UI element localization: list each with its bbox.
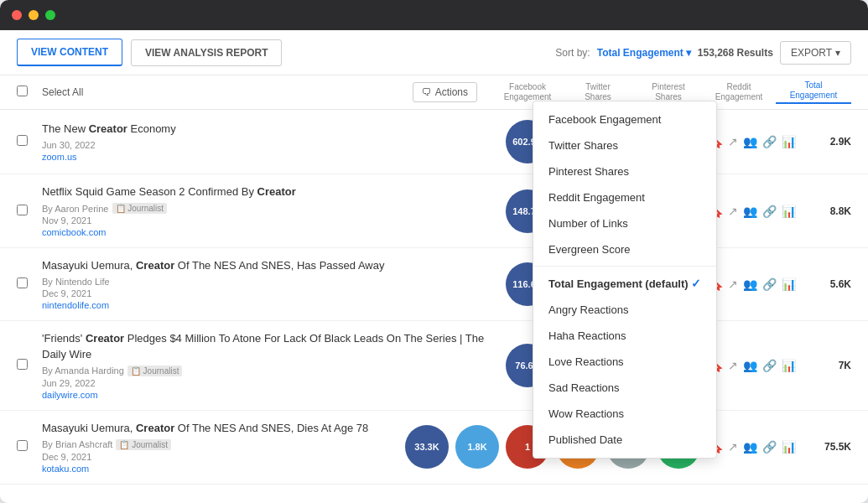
chart-icon[interactable]: 📊 <box>782 440 796 454</box>
dropdown-item-links[interactable]: Number of Links <box>533 210 716 236</box>
article-date: Jun 29, 2022 <box>42 378 489 388</box>
chart-icon[interactable]: 📊 <box>782 277 796 291</box>
row-actions: 🔖 ↗ 👥 🔗 📊 <box>709 135 796 148</box>
col-head-reddit: RedditEngagement <box>705 82 772 102</box>
users-icon[interactable]: 👥 <box>743 135 757 148</box>
article-row: The New Creator Economy Jun 30, 2022 zoo… <box>0 110 868 174</box>
article-date: Nov 9, 2021 <box>42 215 489 226</box>
article-date: Dec 9, 2021 <box>42 288 489 298</box>
article-source[interactable]: dailywire.com <box>42 390 489 400</box>
actions-button[interactable]: 🗨 Actions <box>413 82 477 102</box>
dropdown-item-sad[interactable]: Sad Reactions <box>533 375 716 401</box>
articles-list: The New Creator Economy Jun 30, 2022 zoo… <box>0 110 868 503</box>
article-info: Masayuki Uemura, Creator Of The NES And … <box>42 258 489 310</box>
chart-icon[interactable]: 📊 <box>782 205 796 218</box>
row-actions: 🔖 ↗ 👥 🔗 📊 <box>709 359 796 372</box>
row-actions: 🔖 ↗ 👥 🔗 📊 <box>709 277 796 291</box>
link-icon[interactable]: 🔗 <box>762 440 777 454</box>
share-icon[interactable]: ↗ <box>728 359 738 372</box>
link-icon[interactable]: 🔗 <box>762 277 777 291</box>
main-content: VIEW CONTENT VIEW ANALYSIS REPORT Sort b… <box>0 30 868 503</box>
select-all-label: Select All <box>42 86 83 98</box>
article-meta: By Brian Ashcraft 📋 Journalist <box>42 439 388 450</box>
article-meta: By Aaron Perine 📋 Journalist <box>42 203 489 214</box>
article-title: 'Friends' Creator Pledges $4 Million To … <box>42 331 489 361</box>
article-title: Netflix Squid Game Season 2 Confirmed By… <box>42 184 489 200</box>
article-info: The New Creator Economy Jun 30, 2022 zoo… <box>42 122 489 162</box>
users-icon[interactable]: 👥 <box>743 359 757 372</box>
sort-value-dropdown[interactable]: Total Engagement ▾ <box>597 47 691 59</box>
row-checkbox[interactable] <box>17 205 28 215</box>
article-source[interactable]: kotaku.com <box>42 464 388 474</box>
dropdown-item-total-engagement[interactable]: Total Engagement (default) ✓ <box>533 270 716 297</box>
chart-icon[interactable]: 📊 <box>782 135 796 148</box>
select-all-checkbox[interactable] <box>17 86 28 96</box>
export-button[interactable]: EXPORT ▾ <box>780 41 851 65</box>
col-head-facebook: FacebookEngagement <box>494 82 561 102</box>
share-icon[interactable]: ↗ <box>728 277 738 291</box>
article-meta: By Nintendo Life <box>42 277 489 287</box>
selected-checkmark: ✓ <box>691 277 701 290</box>
share-icon[interactable]: ↗ <box>728 440 738 454</box>
total-metric: 5.6K <box>801 278 851 290</box>
dropdown-item-published-date[interactable]: Published Date <box>533 427 716 453</box>
row-actions: 🔖 ↗ 👥 🔗 📊 <box>709 440 796 454</box>
dropdown-item-reddit[interactable]: Reddit Engagement <box>533 184 716 210</box>
row-checkbox[interactable] <box>17 359 28 370</box>
dropdown-divider <box>533 266 716 267</box>
journalist-badge: 📋 Journalist <box>112 203 168 214</box>
dropdown-item-haha[interactable]: Haha Reactions <box>533 323 716 349</box>
link-icon[interactable]: 🔗 <box>762 135 777 148</box>
total-metric: 7K <box>801 360 851 371</box>
facebook-metric: 33.3K <box>405 425 449 469</box>
twitter-metric: 1.8K <box>455 425 499 469</box>
article-title: Masayuki Uemura, Creator Of The NES And … <box>42 258 489 273</box>
select-all-checkbox-area <box>17 85 42 100</box>
article-info: Masayuki Uemura, Creator Of The NES And … <box>42 421 388 474</box>
article-date: Jun 30, 2022 <box>42 140 489 150</box>
dropdown-item-love[interactable]: Love Reactions <box>533 349 716 375</box>
dropdown-item-facebook[interactable]: Facebook Engagement <box>533 106 716 132</box>
article-row: Masayuki Uemura, Creator Of The NES And … <box>0 248 868 321</box>
article-title: The New Creator Economy <box>42 122 489 137</box>
link-icon[interactable]: 🔗 <box>762 205 777 218</box>
article-source[interactable]: comicbook.com <box>42 227 489 237</box>
tab-view-analysis[interactable]: VIEW ANALYSIS REPORT <box>131 39 282 66</box>
article-info: 'Friends' Creator Pledges $4 Million To … <box>42 331 489 399</box>
sort-prefix-label: Sort by: <box>555 47 590 59</box>
results-count: 153,268 Results <box>698 47 773 59</box>
col-head-pinterest: PinterestShares <box>635 82 702 102</box>
dropdown-item-evergreen[interactable]: Evergreen Score <box>533 236 716 262</box>
article-source[interactable]: nintendolife.com <box>42 300 489 310</box>
row-checkbox[interactable] <box>17 440 28 451</box>
article-source[interactable]: zoom.us <box>42 152 489 162</box>
users-icon[interactable]: 👥 <box>743 277 757 291</box>
article-row: 'Friends' Creator Pledges $4 Million To … <box>0 321 868 410</box>
sort-area: Sort by: Total Engagement ▾ 153,268 Resu… <box>555 41 851 65</box>
col-head-twitter: TwitterShares <box>564 82 632 102</box>
close-button[interactable] <box>12 10 22 20</box>
titlebar <box>0 0 868 30</box>
chart-icon[interactable]: 📊 <box>782 359 796 372</box>
maximize-button[interactable] <box>45 10 55 20</box>
row-checkbox[interactable] <box>17 135 28 146</box>
users-icon[interactable]: 👥 <box>743 205 757 218</box>
col-head-total: TotalEngagement <box>776 80 851 104</box>
dropdown-item-angry[interactable]: Angry Reactions <box>533 297 716 323</box>
minimize-button[interactable] <box>29 10 39 20</box>
link-icon[interactable]: 🔗 <box>762 359 777 372</box>
share-icon[interactable]: ↗ <box>728 205 738 218</box>
chevron-down-icon: ▾ <box>835 47 840 59</box>
tab-view-content[interactable]: VIEW CONTENT <box>17 39 122 66</box>
chevron-down-icon: ▾ <box>686 47 691 59</box>
users-icon[interactable]: 👥 <box>743 440 757 454</box>
app-window: VIEW CONTENT VIEW ANALYSIS REPORT Sort b… <box>0 0 868 503</box>
dropdown-item-pinterest[interactable]: Pinterest Shares <box>533 158 716 184</box>
row-checkbox[interactable] <box>17 277 28 288</box>
share-icon[interactable]: ↗ <box>728 135 738 148</box>
total-metric: 8.8K <box>801 205 851 217</box>
table-header: Select All 🗨 Actions FacebookEngagement … <box>0 75 868 110</box>
dropdown-item-twitter[interactable]: Twitter Shares <box>533 132 716 158</box>
dropdown-item-wow[interactable]: Wow Reactions <box>533 401 716 427</box>
toolbar: VIEW CONTENT VIEW ANALYSIS REPORT Sort b… <box>0 30 868 75</box>
